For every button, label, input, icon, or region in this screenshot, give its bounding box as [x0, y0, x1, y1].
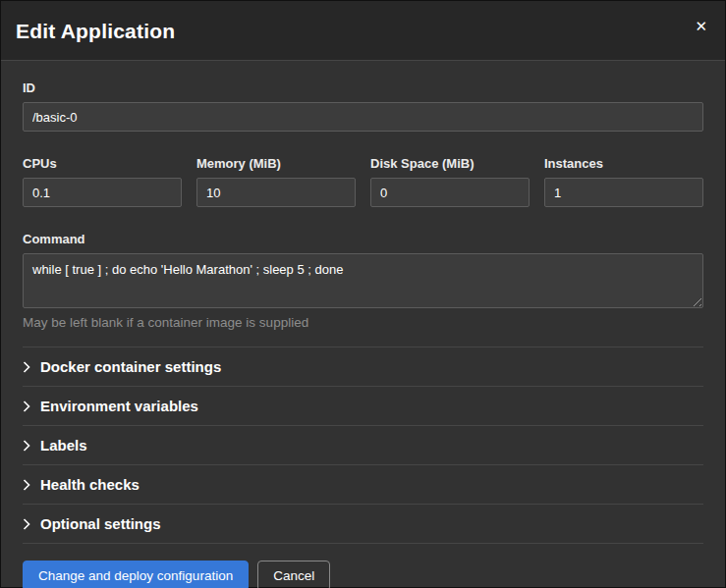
section-label: Labels — [40, 437, 87, 454]
section-optional-settings[interactable]: Optional settings — [23, 505, 703, 544]
cancel-button[interactable]: Cancel — [257, 561, 330, 588]
instances-field: Instances — [544, 156, 703, 207]
memory-input[interactable] — [196, 178, 356, 207]
chevron-right-icon — [23, 401, 30, 412]
section-label: Environment variables — [40, 398, 198, 414]
instances-label: Instances — [544, 156, 703, 171]
command-field: Command while [ true ] ; do echo 'Hello … — [23, 232, 703, 330]
cpus-label: CPUs — [23, 156, 182, 171]
command-help-text: May be left blank if a container image i… — [23, 315, 703, 330]
modal-header: Edit Application ✕ — [1, 1, 725, 61]
command-label: Command — [23, 232, 703, 246]
section-label: Health checks — [40, 476, 140, 493]
resources-row: CPUs Memory (MiB) Disk Space (MiB) Insta… — [23, 156, 703, 207]
memory-field: Memory (MiB) — [196, 156, 356, 207]
id-field: ID — [23, 80, 703, 132]
cpus-field: CPUs — [23, 156, 182, 207]
cpus-input[interactable] — [23, 178, 182, 207]
section-docker-container-settings[interactable]: Docker container settings — [23, 347, 703, 387]
chevron-right-icon — [23, 518, 30, 530]
disk-input[interactable] — [370, 178, 530, 207]
chevron-right-icon — [23, 479, 30, 491]
section-label: Docker container settings — [40, 358, 221, 375]
section-label: Optional settings — [40, 515, 161, 532]
id-label: ID — [23, 80, 703, 95]
section-labels[interactable]: Labels — [23, 426, 703, 465]
close-button[interactable]: ✕ — [691, 15, 711, 37]
collapsible-sections: Docker container settings Environment va… — [23, 347, 703, 544]
memory-label: Memory (MiB) — [196, 156, 356, 171]
modal-body: ID CPUs Memory (MiB) Disk Space (MiB) In… — [1, 61, 725, 544]
command-textarea[interactable]: while [ true ] ; do echo 'Hello Marathon… — [23, 253, 703, 308]
section-environment-variables[interactable]: Environment variables — [23, 387, 703, 426]
id-input[interactable] — [23, 102, 703, 132]
modal-title: Edit Application — [16, 20, 703, 43]
chevron-right-icon — [23, 440, 30, 452]
change-and-deploy-button[interactable]: Change and deploy configuration — [23, 561, 249, 588]
modal-footer: Change and deploy configuration Cancel — [1, 544, 725, 588]
close-icon: ✕ — [695, 18, 707, 34]
chevron-right-icon — [23, 361, 30, 373]
instances-input[interactable] — [544, 178, 703, 207]
edit-application-modal: Edit Application ✕ ID CPUs Memory (MiB) … — [0, 0, 726, 588]
disk-label: Disk Space (MiB) — [370, 156, 530, 171]
section-health-checks[interactable]: Health checks — [23, 465, 703, 505]
disk-field: Disk Space (MiB) — [370, 156, 530, 207]
